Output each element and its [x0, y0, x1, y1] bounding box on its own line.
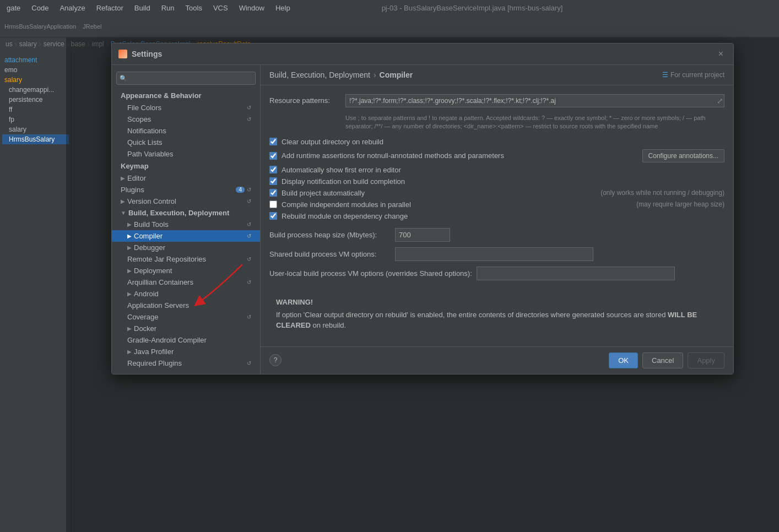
dialog-titlebar: Settings × — [112, 44, 733, 65]
ok-button[interactable]: OK — [609, 352, 638, 368]
tree-item-arquillian[interactable]: Arquillian Containers ↺ — [112, 276, 260, 288]
display-notification-label[interactable]: Display notification on build completion — [282, 177, 724, 186]
search-icon: 🔍 — [120, 75, 127, 82]
tree-item-build-exec-deploy[interactable]: ▼ Build, Execution, Deployment — [112, 207, 260, 219]
tree-item-editor[interactable]: ▶ Editor — [112, 172, 260, 184]
configure-annotations-button[interactable]: Configure annotations... — [642, 149, 724, 162]
user-local-vm-options-row: User-local build process VM options (ove… — [269, 267, 724, 280]
side-item-ff[interactable]: ff — [2, 105, 69, 115]
tree-item-plugins[interactable]: Plugins 4 ↺ — [112, 184, 260, 196]
side-item-persistence[interactable]: persistence — [2, 95, 69, 105]
debugger-expand-arrow: ▶ — [127, 245, 132, 251]
display-notification-checkbox[interactable] — [269, 177, 277, 185]
content-path2: Compiler — [380, 70, 413, 79]
clear-output-label[interactable]: Clear output directory on rebuild — [282, 138, 724, 146]
auto-show-error-checkbox[interactable] — [269, 166, 277, 173]
side-item-salary[interactable]: salary — [2, 75, 69, 85]
tree-item-java-profiler[interactable]: ▶ Java Profiler — [112, 346, 260, 357]
dialog-close-button[interactable]: × — [715, 48, 727, 60]
compile-parallel-note: (may require larger heap size) — [636, 200, 724, 208]
breadcrumb-service: service — [44, 40, 64, 48]
tree-item-build-tools[interactable]: ▶ Build Tools ↺ — [112, 219, 260, 230]
jrebel-label: JRebel — [83, 23, 101, 30]
menu-build[interactable]: Build — [132, 3, 153, 13]
search-input[interactable] — [116, 72, 256, 85]
checkbox-auto-show-error: Automatically show first error in editor — [269, 166, 724, 174]
side-item-attachment[interactable]: attachment — [2, 55, 69, 65]
tree-item-remote-jar[interactable]: Remote Jar Repositories ↺ — [112, 253, 260, 265]
compile-parallel-label[interactable]: Compile independent modules in parallel — [282, 200, 632, 209]
for-project-section: ☰ For current project — [662, 71, 724, 79]
menu-code[interactable]: Code — [29, 3, 51, 13]
menu-gate[interactable]: gate — [4, 3, 23, 13]
reset-icon-build-tools: ↺ — [247, 221, 251, 227]
reset-icon-scopes: ↺ — [247, 116, 251, 122]
cancel-button[interactable]: Cancel — [642, 352, 683, 368]
shared-vm-options-label: Shared build process VM options: — [269, 250, 391, 258]
heap-size-input[interactable] — [395, 228, 450, 242]
reset-icon-coverage: ↺ — [247, 314, 251, 320]
tree-item-notifications[interactable]: Notifications — [112, 125, 260, 137]
rebuild-on-change-label[interactable]: Rebuild module on dependency change — [282, 212, 724, 220]
dialog-body: 🔍 Appearance & Behavior File Colors ↺ Sc… — [112, 65, 733, 374]
toolbar: HrmsBusSalaryApplication JRebel — [0, 15, 779, 37]
tree-section-appearance[interactable]: Appearance & Behavior — [112, 89, 260, 102]
content-breadcrumb: Build, Execution, Deployment › Compiler — [269, 70, 413, 79]
footer-right: OK Cancel Apply — [609, 352, 724, 368]
tree-item-app-servers[interactable]: Application Servers — [112, 300, 260, 311]
tree-item-compiler[interactable]: ▶ Compiler ↺ — [112, 230, 260, 242]
clear-output-checkbox[interactable] — [269, 138, 277, 145]
window-title: pj-03 - BusSalaryBaseServiceImpl.java [h… — [165, 0, 779, 15]
for-project-label: For current project — [670, 71, 724, 79]
apply-button[interactable]: Apply — [688, 352, 724, 368]
build-auto-checkbox[interactable] — [269, 189, 277, 197]
shared-vm-options-row: Shared build process VM options: — [269, 247, 724, 261]
tree-item-version-control[interactable]: ▶ Version Control ↺ — [112, 196, 260, 207]
side-item-changemapping[interactable]: changemappi... — [2, 85, 69, 95]
tree-panel: 🔍 Appearance & Behavior File Colors ↺ Sc… — [112, 65, 261, 374]
tree-item-docker[interactable]: ▶ Docker — [112, 323, 260, 334]
checkbox-add-assertions: Add runtime assertions for notnull-annot… — [269, 149, 724, 162]
android-expand-arrow: ▶ — [127, 291, 132, 297]
resource-patterns-input[interactable] — [345, 94, 724, 107]
user-local-vm-options-input[interactable] — [477, 267, 675, 280]
side-item-hrmsbus[interactable]: HrmsBusSalary — [2, 134, 69, 144]
settings-dialog-overlay: Settings × 🔍 Appearance & Behavior File … — [66, 37, 779, 532]
resource-patterns-expand-button[interactable]: ⤢ — [717, 96, 723, 105]
dialog-footer: ? OK Cancel Apply — [261, 346, 733, 374]
auto-show-error-label[interactable]: Automatically show first error in editor — [282, 166, 724, 174]
tree-item-quick-lists[interactable]: Quick Lists — [112, 137, 260, 148]
heap-size-row: Build process heap size (Mbytes): — [269, 228, 724, 242]
tree-item-file-colors[interactable]: File Colors ↺ — [112, 102, 260, 113]
tree-item-scopes[interactable]: Scopes ↺ — [112, 113, 260, 125]
tree-item-android[interactable]: ▶ Android — [112, 288, 260, 300]
breadcrumb-salary: salary — [19, 40, 37, 48]
tree-section-keymap[interactable]: Keymap — [112, 160, 260, 172]
tree-item-debugger[interactable]: ▶ Debugger — [112, 242, 260, 253]
shared-vm-options-input[interactable] — [395, 247, 593, 261]
side-item-emo[interactable]: emo — [2, 65, 69, 75]
tree-item-deployment[interactable]: ▶ Deployment — [112, 265, 260, 276]
side-item-fp[interactable]: fp — [2, 115, 69, 124]
rebuild-on-change-checkbox[interactable] — [269, 212, 277, 220]
resource-patterns-field: ⤢ — [345, 94, 724, 107]
menu-refactor[interactable]: Refactor — [94, 3, 126, 13]
tree-item-required-plugins[interactable]: Required Plugins ↺ — [112, 357, 260, 369]
intellij-logo-icon — [118, 50, 127, 58]
menu-analyze[interactable]: Analyze — [57, 3, 87, 13]
compile-parallel-checkbox[interactable] — [269, 200, 277, 208]
vc-expand-arrow: ▶ — [121, 198, 125, 204]
help-button[interactable]: ? — [269, 354, 282, 366]
user-local-vm-options-label: User-local build process VM options (ove… — [269, 269, 472, 278]
tree-item-path-variables[interactable]: Path Variables — [112, 148, 260, 160]
tree-item-coverage[interactable]: Coverage ↺ — [112, 311, 260, 323]
build-auto-label[interactable]: Build project automatically — [282, 189, 596, 197]
add-assertions-checkbox[interactable] — [269, 152, 277, 160]
search-box: 🔍 — [116, 72, 256, 85]
footer-left: ? — [269, 354, 282, 366]
side-item-salary2[interactable]: salary — [2, 124, 69, 134]
tree-item-gradle-android[interactable]: Gradle-Android Compiler — [112, 334, 260, 346]
content-header: Build, Execution, Deployment › Compiler … — [261, 65, 733, 85]
plugins-badge: 4 — [236, 187, 245, 193]
add-assertions-label[interactable]: Add runtime assertions for notnull-annot… — [282, 151, 634, 160]
